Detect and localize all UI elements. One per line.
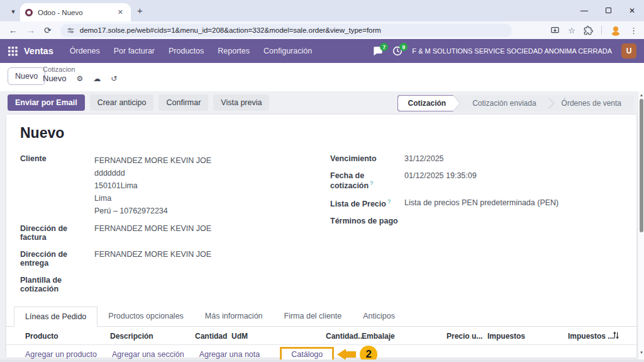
activities-button[interactable]: 9 <box>392 46 402 56</box>
close-window-button[interactable]: ✕ <box>620 6 644 15</box>
create-advance-button[interactable]: Crear anticipo <box>90 94 154 111</box>
field-terminos-pago-value[interactable] <box>404 217 623 225</box>
field-direccion-entrega-value[interactable]: FERNANDEZ MORE KEVIN JOE <box>94 250 313 268</box>
page-scrollbar[interactable]: ▲ ▼ <box>638 91 644 362</box>
col-impuestos-2[interactable]: Impuestos ... <box>568 332 614 341</box>
stage-ordenes-label: Órdenes de venta <box>562 99 621 108</box>
col-embalaje[interactable]: Embalaje <box>362 332 395 341</box>
cliente-address-line: Perú – 10762972234 <box>94 206 313 216</box>
action-buttons: Enviar por Email Crear anticipo Confirma… <box>8 94 269 111</box>
user-avatar[interactable]: U <box>621 43 636 59</box>
order-lines-header: Producto Descripción Cantidad UdM Cantid… <box>6 327 636 345</box>
chevron-down-icon: ▾ <box>11 8 15 16</box>
breadcrumb-parent[interactable]: Cotizacion <box>43 65 117 73</box>
cliente-address-line: ddddddd <box>94 168 313 178</box>
col-producto[interactable]: Producto <box>25 332 58 341</box>
gear-icon[interactable]: ⚙ <box>77 74 84 83</box>
browser-profile-icon[interactable] <box>610 25 621 36</box>
menu-configuracion[interactable]: Configuración <box>264 47 312 55</box>
company-name[interactable]: F & M SOLUTIONS SERVICE SOCIEDAD ANONIMA… <box>412 47 612 55</box>
cliente-address-line: Lima <box>94 193 313 203</box>
help-icon: ? <box>370 180 373 186</box>
profile-head <box>613 26 618 31</box>
stage-enviada-label: Cotización enviada <box>472 99 536 108</box>
reload-icon[interactable]: ⟳ <box>44 25 52 35</box>
new-button[interactable]: Nuevo <box>8 67 45 85</box>
new-tab-button[interactable]: + <box>137 5 143 16</box>
notebook-tabs: Líneas de Pedido Productos opcionales Má… <box>6 307 636 327</box>
bookmark-star-icon[interactable]: ☆ <box>568 26 575 35</box>
extensions-icon[interactable] <box>584 26 593 35</box>
apps-grid-icon[interactable] <box>8 47 18 56</box>
tab-firma-cliente[interactable]: Firma del cliente <box>274 307 353 326</box>
field-label-plantilla: Plantilla de cotización <box>20 276 94 293</box>
tab-close-icon[interactable]: ✕ <box>115 7 126 18</box>
cliente-address-line: 150101Lima <box>94 181 313 191</box>
field-cliente-value[interactable]: FERNANDEZ MORE KEVIN JOE <box>94 156 211 165</box>
odoo-navbar: Ventas Órdenes Por facturar Productos Re… <box>0 39 644 63</box>
menu-reportes[interactable]: Reportes <box>218 47 250 55</box>
confirm-button[interactable]: Confirmar <box>158 94 208 111</box>
scrollbar-thumb[interactable] <box>640 99 643 232</box>
stage-ordenes-venta[interactable]: Órdenes de venta <box>549 95 634 111</box>
tab-search-button[interactable]: ▾ <box>6 4 20 18</box>
col-descripcion[interactable]: Descripción <box>110 332 153 341</box>
field-vencimiento-value[interactable]: 31/12/2025 <box>404 154 623 163</box>
browser-tab[interactable]: Odoo - Nuevo ✕ <box>20 3 131 21</box>
annotation-arrow-icon <box>337 349 356 360</box>
content: Enviar por Email Crear anticipo Confirma… <box>0 91 644 362</box>
tab-lineas-pedido[interactable]: Líneas de Pedido <box>14 307 97 327</box>
main-menu: Órdenes Por facturar Productos Reportes … <box>70 47 312 55</box>
site-settings-icon[interactable] <box>67 26 75 35</box>
field-direccion-factura-value[interactable]: FERNANDEZ MORE KEVIN JOE <box>94 224 313 242</box>
form-right-column: Vencimiento 31/12/2025 Fecha de cotizaci… <box>313 154 623 302</box>
stage-cotizacion[interactable]: Cotización <box>397 95 460 111</box>
breadcrumb: Cotizacion Nuevo ⚙ ☁ ↺ <box>43 65 117 83</box>
discard-undo-icon[interactable]: ↺ <box>111 74 117 83</box>
col-impuestos[interactable]: Impuestos <box>487 332 525 341</box>
field-label-fecha-cotizacion: Fecha de cotización? <box>330 171 404 190</box>
col-precio[interactable]: Precio u... <box>447 332 482 341</box>
column-settings-icon[interactable] <box>612 331 620 339</box>
browser-menu-icon[interactable]: ⋮ <box>630 26 638 35</box>
add-note-link[interactable]: Agregar una nota <box>199 350 260 359</box>
form-left-column: Cliente FERNANDEZ MORE KEVIN JOE ddddddd… <box>20 154 313 302</box>
stage-cotizacion-enviada[interactable]: Cotización enviada <box>460 95 548 111</box>
add-product-link[interactable]: Agregar un producto <box>25 350 97 359</box>
tab-productos-opcionales[interactable]: Productos opcionales <box>97 307 194 326</box>
screen: ▾ Odoo - Nuevo ✕ + — ✕ ← → ⟳ demo17.sols… <box>0 0 644 362</box>
col-cantidad-2[interactable]: Cantidad... <box>326 332 364 341</box>
menu-ordenes[interactable]: Órdenes <box>70 47 100 55</box>
address-bar[interactable]: demo17.solse.pe/web#cids=1&menu_id=208&a… <box>60 24 512 37</box>
scroll-down-icon[interactable]: ▼ <box>638 351 644 354</box>
arrow-bar <box>346 351 356 358</box>
col-udm[interactable]: UdM <box>231 332 248 341</box>
browser-tabstrip: ▾ Odoo - Nuevo ✕ + — ✕ <box>0 0 644 21</box>
install-app-icon[interactable] <box>550 26 560 35</box>
forward-icon[interactable]: → <box>26 25 35 35</box>
tab-anticipos[interactable]: Anticipos <box>352 307 406 326</box>
col-cantidad[interactable]: Cantidad <box>195 332 227 341</box>
navbar-right: 7 9 F & M SOLUTIONS SERVICE SOCIEDAD ANO… <box>373 43 636 59</box>
app-name[interactable]: Ventas <box>24 46 53 56</box>
toolbar-right: ☆ ⋮ <box>550 25 638 36</box>
tab-title: Odoo - Nuevo <box>38 9 115 16</box>
cloud-save-icon[interactable]: ☁ <box>93 74 101 83</box>
menu-por-facturar[interactable]: Por facturar <box>114 47 155 55</box>
window-controls: — ✕ <box>572 0 644 21</box>
field-label-direccion-entrega: Dirección de entrega <box>20 250 94 268</box>
maximize-button[interactable] <box>596 6 620 15</box>
scroll-up-icon[interactable]: ▲ <box>638 93 644 97</box>
minimize-button[interactable]: — <box>572 6 596 15</box>
tab-mas-informacion[interactable]: Más información <box>194 307 274 326</box>
add-section-link[interactable]: Agregar una sección <box>112 350 184 359</box>
arrow-tip <box>337 349 346 360</box>
send-email-button[interactable]: Enviar por Email <box>8 94 85 111</box>
messages-button[interactable]: 7 <box>373 46 383 56</box>
preview-button[interactable]: Vista previa <box>213 94 269 111</box>
field-plantilla-value[interactable] <box>94 276 313 293</box>
back-icon[interactable]: ← <box>9 25 18 35</box>
field-fecha-cotizacion-value[interactable]: 01/12/2025 19:35:09 <box>404 171 623 190</box>
menu-productos[interactable]: Productos <box>169 47 204 55</box>
field-lista-precio-value[interactable]: Lista de precios PEN predeterminada (PEN… <box>404 198 623 208</box>
